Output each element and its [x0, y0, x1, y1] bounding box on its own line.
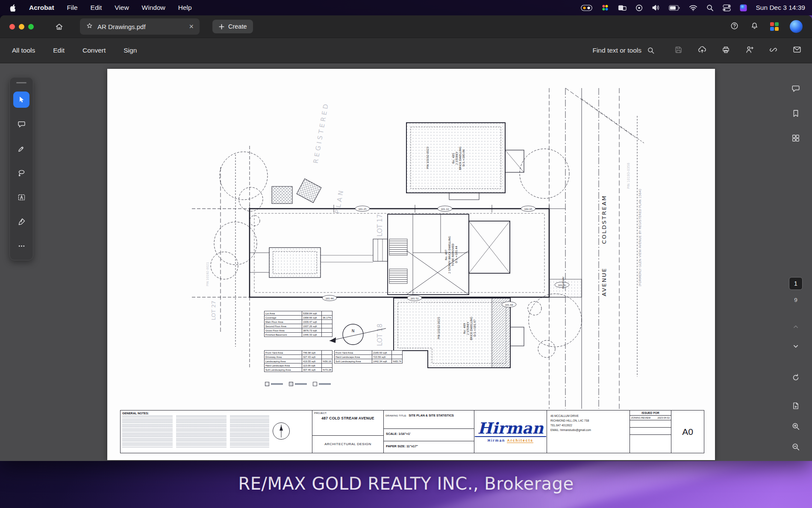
- firm-address-section: 46 MCCALLUM DRIVE RICHMOND HILL,ON, L4C …: [547, 411, 630, 453]
- svg-text:181.25: 181.25: [358, 208, 367, 210]
- email-button[interactable]: [792, 45, 802, 56]
- firm-sub-name: Hirman: [488, 438, 505, 443]
- lasso-icon: [17, 168, 26, 177]
- find-text-or-tools-button[interactable]: Find text or tools: [592, 46, 655, 55]
- firm-sub-type: Architects: [507, 438, 533, 443]
- fill-sign-tool-button[interactable]: [13, 213, 29, 230]
- draw-tool-button[interactable]: [13, 140, 29, 157]
- comment-icon: [17, 120, 26, 129]
- table-row: Landscaping Area419.55 sqft%56.16: [265, 359, 332, 363]
- cloud-upload-button[interactable]: [697, 45, 707, 56]
- print-button[interactable]: [721, 45, 730, 56]
- menubar-app-name[interactable]: Acrobat: [29, 4, 54, 12]
- discipline-label: ARCHITECTURAL DESIGN: [324, 442, 371, 446]
- menu-file[interactable]: File: [67, 4, 78, 12]
- table-row: Coverage1958.66 sqft36.17%: [265, 316, 332, 320]
- previous-page-button[interactable]: [789, 322, 803, 331]
- menu-window[interactable]: Window: [142, 4, 165, 12]
- export-icon: [791, 401, 800, 411]
- stage-manager-icon[interactable]: [618, 4, 627, 12]
- app-switcher-button[interactable]: [770, 22, 779, 31]
- menu-help[interactable]: Help: [178, 4, 192, 12]
- acrobat-window: AR Drawings.pdf × Create All tools Edit …: [0, 15, 812, 461]
- rotate-view-button[interactable]: [789, 373, 803, 382]
- menubar-clock[interactable]: Sun Dec 3 14:39: [756, 4, 805, 12]
- select-text-tool-button[interactable]: [13, 189, 29, 205]
- screen-mirroring-icon[interactable]: [635, 4, 643, 12]
- ellipsis-icon: [17, 242, 26, 251]
- share-button[interactable]: [745, 45, 754, 56]
- rear-yard-table: Front Yard Area2165.93 sqftHard Landscap…: [334, 350, 403, 363]
- document-area: REGISTERED PLAN LOT 17 LOT 18 LOT 27 PIN…: [0, 63, 812, 461]
- spotlight-icon[interactable]: [706, 4, 714, 12]
- next-page-button[interactable]: [789, 342, 803, 351]
- favorite-star-icon[interactable]: [86, 22, 93, 31]
- svg-text:PIN 10192-0023: PIN 10192-0023: [426, 147, 430, 169]
- page-thumbnails-button[interactable]: [789, 133, 803, 143]
- scale-label: SCALE:: [386, 432, 398, 436]
- zoom-out-button[interactable]: [789, 442, 803, 452]
- battery-icon[interactable]: [669, 5, 680, 11]
- panel-drag-handle[interactable]: [16, 82, 26, 83]
- plan-legend: [265, 382, 331, 386]
- toolbar-all-tools[interactable]: All tools: [12, 47, 35, 54]
- document-tab[interactable]: AR Drawings.pdf ×: [80, 18, 200, 35]
- svg-text:DRIVEWAY: DRIVEWAY: [562, 276, 565, 289]
- zoom-in-button[interactable]: [789, 422, 803, 431]
- waffle-tile: [770, 22, 774, 26]
- create-button[interactable]: Create: [212, 20, 253, 33]
- legend-item: [313, 382, 331, 386]
- drawing-title-section: DRAWING TITLE: SITE PLAN & SITE STATISTI…: [384, 411, 474, 453]
- minimize-window-button[interactable]: [19, 24, 24, 30]
- more-tools-button[interactable]: [13, 238, 29, 254]
- firm-address-line: TEL:647 4013922: [550, 423, 630, 428]
- link-button[interactable]: [769, 45, 778, 56]
- table-row: Front Yard Area2165.93 sqft: [335, 351, 403, 355]
- menu-view[interactable]: View: [115, 4, 129, 12]
- lasso-tool-button[interactable]: [13, 165, 29, 181]
- wifi-icon[interactable]: [689, 5, 697, 11]
- chevron-up-icon: [791, 322, 800, 331]
- toolbar-edit[interactable]: Edit: [53, 47, 65, 54]
- site-statistics-table: Lot Area5358.84 sqftCoverage1958.66 sqft…: [264, 311, 332, 337]
- home-button[interactable]: [55, 22, 64, 31]
- select-tool-button[interactable]: [13, 92, 29, 108]
- siri-icon[interactable]: [740, 4, 747, 12]
- scale-value: 1/16"=1': [399, 432, 411, 436]
- paper-size-label: PAPER SIZE:: [386, 444, 406, 448]
- save-button[interactable]: [674, 45, 683, 56]
- menu-edit[interactable]: Edit: [91, 4, 102, 12]
- current-page-number[interactable]: 1: [789, 277, 803, 290]
- pdf-page[interactable]: REGISTERED PLAN LOT 17 LOT 18 LOT 27 PIN…: [107, 69, 715, 460]
- bookmarks-panel-button[interactable]: [789, 109, 803, 118]
- help-button[interactable]: [730, 21, 739, 32]
- current-page-indicator[interactable]: 1: [789, 277, 803, 290]
- close-window-button[interactable]: [9, 24, 15, 30]
- svg-text:181.44: 181.44: [325, 297, 334, 300]
- table-row: Second Floor Area1937.26 sqft: [265, 324, 332, 328]
- toolbar-sign[interactable]: Sign: [124, 47, 137, 54]
- volume-icon[interactable]: [652, 4, 660, 11]
- total-pages: 9: [789, 297, 803, 303]
- svg-text:180.95: 180.95: [524, 208, 533, 210]
- project-label: PROJECT:: [312, 411, 383, 414]
- toolbar-convert[interactable]: Convert: [82, 47, 106, 54]
- close-tab-icon[interactable]: ×: [189, 23, 194, 30]
- right-rail: 1 9: [781, 63, 812, 461]
- svg-text:COLDSTREAM: COLDSTREAM: [601, 195, 607, 244]
- issued-date: 2023-04-02: [657, 416, 670, 419]
- user-avatar[interactable]: [790, 20, 803, 33]
- find-label: Find text or tools: [592, 47, 641, 54]
- svg-text:No. 487 2 STOREY B: No. 487 2 STOREY BRICK DWELLING TO BE RE…: [444, 235, 458, 274]
- chat-icon: [791, 84, 800, 93]
- recording-indicator-icon[interactable]: [581, 5, 592, 11]
- comment-tool-button[interactable]: [13, 116, 29, 132]
- comments-panel-button[interactable]: [789, 84, 803, 93]
- zoom-window-button[interactable]: [28, 24, 34, 30]
- notifications-bell-button[interactable]: [750, 21, 759, 32]
- colorful-grid-icon[interactable]: [601, 4, 609, 12]
- legend-item: [289, 382, 307, 386]
- apple-menu-icon[interactable]: [9, 4, 16, 12]
- export-page-button[interactable]: [789, 401, 803, 411]
- control-center-icon[interactable]: [723, 4, 731, 12]
